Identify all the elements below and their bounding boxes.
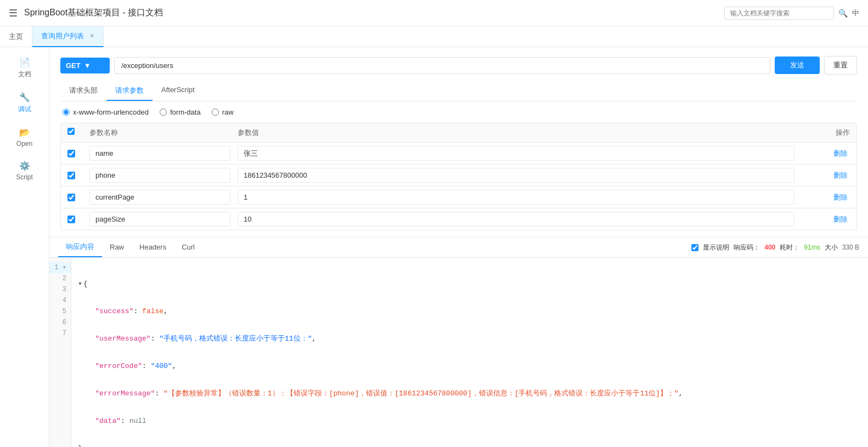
line-num-5: 5 [49,306,71,317]
code-content: ▾{ "success": false, "userMessage": "手机号… [71,258,868,447]
row-0-name-input[interactable] [89,146,230,161]
response-tab-raw[interactable]: Raw [102,239,132,257]
sidebar-item-docs-label: 文档 [18,70,31,79]
method-label: GET [66,61,81,70]
tab-query-users[interactable]: 查询用户列表 ✕ [32,26,104,47]
code-line-7: } [78,443,861,447]
response-tabs-bar: 响应内容 Raw Headers Curl 显示说明 响应码： 400 耗时： … [49,237,868,258]
params-row-1: 删除 [61,165,856,186]
line-num-7: 7 [49,328,71,339]
params-table: 参数名称 参数值 操作 删除 [60,123,857,230]
size-value: 330 B [842,244,859,251]
radio-raw[interactable]: raw [212,108,234,116]
row-0-checkbox[interactable] [67,150,75,157]
row-3-name-cell [89,212,238,227]
search-input[interactable] [724,7,834,20]
response-tab-curl[interactable]: Curl [174,239,202,257]
header-value: 参数值 [238,128,806,138]
status-label: 响应码： [734,243,760,252]
sidebar-item-debug-label: 调试 [18,105,31,114]
size-label: 大小 [825,243,838,252]
url-bar: GET ▼ 发送 重置 [60,56,857,75]
sidebar-item-open-label: Open [16,140,32,148]
search-area: 🔍 中 [724,7,859,20]
line-num-3: 3 [49,284,71,295]
tab-afterscript[interactable]: AfterScript [153,81,204,101]
code-line-4: "errorCode": "400", [78,361,861,372]
script-icon: ⚙️ [19,161,30,171]
header-checkbox[interactable] [67,128,75,135]
status-code: 400 [764,244,775,251]
tabbar: 主页 查询用户列表 ✕ [0,26,868,47]
sidebar-item-debug[interactable]: 🔧 调试 [0,87,49,120]
send-button[interactable]: 发送 [775,56,820,74]
code-line-2: "success": false, [78,306,861,317]
row-0-value-cell [238,146,806,161]
radio-form-data[interactable]: form-data [160,108,201,116]
method-selector[interactable]: GET ▼ [60,58,110,73]
tab-home-label: 主页 [9,32,23,42]
sidebar-item-script[interactable]: ⚙️ Script [0,155,49,186]
row-3-check-cell [67,216,89,223]
main-content: GET ▼ 发送 重置 请求头部 请求参数 AfterScript x-www-… [49,47,868,447]
row-1-delete-button[interactable]: 删除 [806,171,850,180]
row-2-value-input[interactable] [238,190,794,205]
row-2-name-input[interactable] [89,190,230,205]
row-1-check-cell [67,172,89,179]
header-name: 参数名称 [89,128,238,138]
row-3-name-input[interactable] [89,212,230,227]
request-section: GET ▼ 发送 重置 请求头部 请求参数 AfterScript x-www-… [49,47,868,230]
row-1-checkbox[interactable] [67,172,75,179]
row-1-value-cell [238,168,806,183]
lang-switcher[interactable]: 中 [852,8,859,18]
row-3-checkbox[interactable] [67,216,75,223]
url-input[interactable] [114,57,770,74]
line-num-2: 2 [49,273,71,284]
tab-request-params[interactable]: 请求参数 [106,81,153,101]
collapse-arrow[interactable]: ▾ [78,280,82,288]
tab-request-headers[interactable]: 请求头部 [60,81,106,101]
params-table-header: 参数名称 参数值 操作 [61,123,856,143]
sidebar-item-script-label: Script [16,173,33,181]
row-3-value-input[interactable] [238,212,794,227]
radio-form-data-label: form-data [170,108,201,116]
layout: 📄 文档 🔧 调试 📂 Open ⚙️ Script GET ▼ 发送 [0,47,868,447]
radio-form-urlencoded[interactable]: x-www-form-urlencoded [63,108,149,116]
row-1-value-input[interactable] [238,168,794,183]
params-row-2: 删除 [61,186,856,208]
row-0-delete-button[interactable]: 删除 [806,149,850,159]
line-numbers: 1 ▾ 2 3 4 5 6 7 [49,258,71,447]
code-line-1: ▾{ [78,279,861,290]
reset-button[interactable]: 重置 [824,56,857,75]
response-tab-headers[interactable]: Headers [132,239,174,257]
sidebar-item-docs[interactable]: 📄 文档 [0,52,49,84]
request-tabs: 请求头部 请求参数 AfterScript [60,81,857,101]
row-1-name-input[interactable] [89,168,230,183]
show-desc-label: 显示说明 [703,243,729,252]
row-0-check-cell [67,150,89,157]
response-section: 响应内容 Raw Headers Curl 显示说明 响应码： 400 耗时： … [49,237,868,447]
sidebar-item-open[interactable]: 📂 Open [0,122,49,153]
response-tab-content[interactable]: 响应内容 [58,237,102,257]
show-desc-checkbox[interactable] [691,244,698,251]
line-num-4: 4 [49,295,71,306]
docs-icon: 📄 [19,57,30,67]
tab-home[interactable]: 主页 [0,26,32,47]
response-meta: 显示说明 响应码： 400 耗时： 91ms 大小 330 B [691,243,859,252]
tab-close-icon[interactable]: ✕ [89,32,94,39]
params-row-3: 删除 [61,208,856,230]
row-2-checkbox[interactable] [67,194,75,201]
time-value: 91ms [804,244,820,251]
topbar: ☰ SpringBoot基础框架项目 - 接口文档 🔍 中 [0,0,868,26]
code-line-6: "data": null [78,416,861,427]
row-2-delete-button[interactable]: 删除 [806,193,850,202]
row-3-delete-button[interactable]: 删除 [806,214,850,224]
row-0-name-cell [89,146,238,161]
code-viewer: 1 ▾ 2 3 4 5 6 7 ▾{ "success": false, "us… [49,258,868,447]
debug-icon: 🔧 [19,92,30,103]
row-3-value-cell [238,212,806,227]
row-0-value-input[interactable] [238,146,794,161]
search-icon[interactable]: 🔍 [838,9,848,18]
row-2-check-cell [67,194,89,201]
menu-icon[interactable]: ☰ [9,7,18,19]
